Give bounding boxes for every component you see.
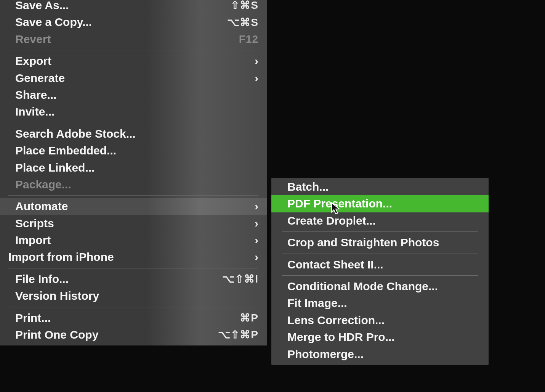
menu-item-label: Place Linked... xyxy=(15,161,258,175)
automate-submenu-item-create-droplet[interactable]: Create Droplet... xyxy=(271,212,489,229)
file-menu-item-revert: RevertF12 xyxy=(0,31,267,48)
chevron-right-icon: › xyxy=(255,71,258,85)
menu-item-label: Generate xyxy=(15,71,252,85)
menu-item-label: Package... xyxy=(15,177,258,192)
file-menu-item-version-history[interactable]: Version History xyxy=(0,288,267,304)
menu-item-label: PDF Presentation... xyxy=(287,196,479,211)
file-menu-item-generate[interactable]: Generate› xyxy=(0,70,267,87)
file-menu[interactable]: Save As...⇧⌘SSave a Copy...⌥⌘SRevertF12E… xyxy=(0,0,267,345)
file-menu-item-export[interactable]: Export› xyxy=(0,53,267,69)
file-menu-item-place-embedded[interactable]: Place Embedded... xyxy=(0,142,267,159)
automate-submenu-separator xyxy=(282,275,478,276)
menu-item-label: Save a Copy... xyxy=(15,15,227,29)
file-menu-item-file-info[interactable]: File Info...⌥⇧⌘I xyxy=(0,271,267,288)
automate-submenu-item-contact-sheet-ii[interactable]: Contact Sheet II... xyxy=(271,256,489,273)
menu-item-label: Scripts xyxy=(15,216,252,231)
automate-submenu-item-photomerge[interactable]: Photomerge... xyxy=(271,346,489,363)
chevron-right-icon: › xyxy=(255,233,258,247)
chevron-right-icon: › xyxy=(255,216,258,231)
menu-item-label: Import xyxy=(15,233,252,247)
file-menu-separator xyxy=(8,50,258,50)
chevron-right-icon: › xyxy=(255,250,258,264)
menu-item-shortcut: ⌥⌘S xyxy=(227,16,258,29)
automate-submenu-item-batch[interactable]: Batch... xyxy=(271,178,489,195)
menu-item-label: Create Droplet... xyxy=(287,214,479,228)
chevron-right-icon: › xyxy=(255,199,258,214)
automate-submenu-item-fit-image[interactable]: Fit Image... xyxy=(271,295,489,312)
file-menu-item-print[interactable]: Print...⌘P xyxy=(0,310,267,326)
automate-submenu-item-pdf-presentation[interactable]: PDF Presentation... xyxy=(271,195,489,212)
automate-submenu-item-lens-correction[interactable]: Lens Correction... xyxy=(271,312,489,329)
file-menu-item-package: Package... xyxy=(0,176,267,193)
menu-item-label: Import from iPhone xyxy=(8,250,252,264)
menu-item-shortcut: F12 xyxy=(239,32,258,46)
automate-submenu-item-crop-and-straighten-photos[interactable]: Crop and Straighten Photos xyxy=(271,234,489,251)
file-menu-item-place-linked[interactable]: Place Linked... xyxy=(0,159,267,176)
menu-item-label: Fit Image... xyxy=(287,296,479,310)
file-menu-item-invite[interactable]: Invite... xyxy=(0,103,267,120)
menu-item-label: Revert xyxy=(15,32,239,47)
automate-submenu[interactable]: Batch...PDF Presentation...Create Drople… xyxy=(271,178,489,365)
automate-submenu-separator xyxy=(282,254,478,254)
menu-item-label: Search Adobe Stock... xyxy=(15,127,258,141)
file-menu-item-scripts[interactable]: Scripts› xyxy=(0,215,267,232)
menu-item-shortcut: ⇧⌘S xyxy=(231,0,258,12)
file-menu-separator xyxy=(8,307,258,307)
file-menu-item-save-a-copy[interactable]: Save a Copy...⌥⌘S xyxy=(0,14,267,31)
automate-submenu-item-conditional-mode-change[interactable]: Conditional Mode Change... xyxy=(271,278,489,295)
menu-item-label: Share... xyxy=(15,88,258,102)
menu-item-label: Export xyxy=(15,54,252,68)
menu-item-label: Invite... xyxy=(15,104,258,119)
menu-item-label: Photomerge... xyxy=(287,347,479,361)
file-menu-item-import[interactable]: Import› xyxy=(0,232,267,249)
chevron-right-icon: › xyxy=(255,54,258,68)
file-menu-separator xyxy=(8,195,258,196)
menu-item-shortcut: ⌥⇧⌘P xyxy=(218,328,258,342)
file-menu-item-share[interactable]: Share... xyxy=(0,87,267,103)
menu-item-label: Batch... xyxy=(287,180,479,194)
menu-item-label: Version History xyxy=(15,289,258,303)
menu-item-label: File Info... xyxy=(15,272,222,286)
menu-item-label: Place Embedded... xyxy=(15,143,258,158)
automate-submenu-separator xyxy=(282,231,478,232)
menu-item-label: Conditional Mode Change... xyxy=(287,279,479,294)
file-menu-item-save-as[interactable]: Save As...⇧⌘S xyxy=(0,0,267,14)
menu-item-label: Automate xyxy=(15,199,252,214)
file-menu-separator xyxy=(8,268,258,268)
file-menu-separator xyxy=(8,123,258,123)
menu-item-label: Print... xyxy=(15,311,240,325)
menu-item-label: Lens Correction... xyxy=(287,313,479,328)
menu-item-shortcut: ⌘P xyxy=(240,311,258,325)
file-menu-item-import-from-iphone[interactable]: Import from iPhone› xyxy=(0,249,267,265)
menu-item-shortcut: ⌥⇧⌘I xyxy=(222,272,258,286)
automate-submenu-item-merge-to-hdr-pro[interactable]: Merge to HDR Pro... xyxy=(271,329,489,345)
file-menu-item-search-adobe-stock[interactable]: Search Adobe Stock... xyxy=(0,125,267,142)
menu-item-label: Print One Copy xyxy=(15,328,218,342)
menu-item-label: Merge to HDR Pro... xyxy=(287,330,479,344)
menu-item-label: Save As... xyxy=(15,0,231,13)
menu-item-label: Crop and Straighten Photos xyxy=(287,235,479,250)
file-menu-item-print-one-copy[interactable]: Print One Copy⌥⇧⌘P xyxy=(0,326,267,343)
menu-item-label: Contact Sheet II... xyxy=(287,257,479,272)
file-menu-item-automate[interactable]: Automate› xyxy=(0,198,267,215)
